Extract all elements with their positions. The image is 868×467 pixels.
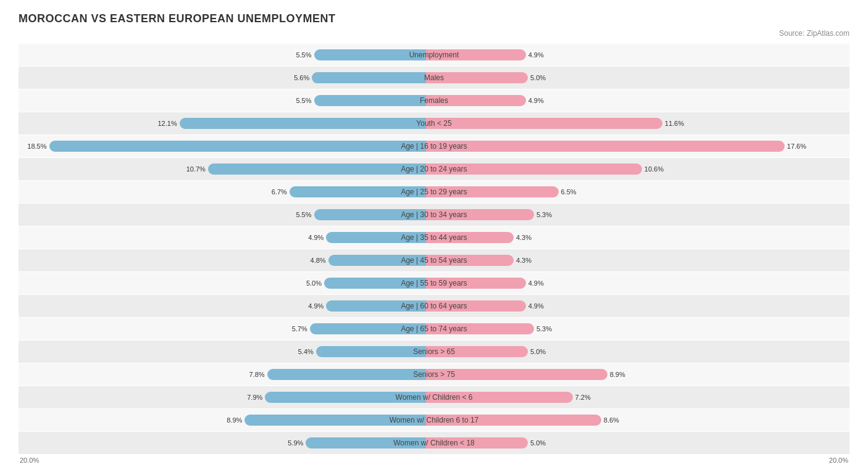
bar-moroccan bbox=[265, 392, 426, 403]
axis-row: 20.0% 20.0% bbox=[19, 457, 849, 464]
bar-eastern bbox=[426, 415, 601, 426]
table-row: 5.5%4.9%Females bbox=[19, 89, 849, 112]
value-eastern: 5.0% bbox=[530, 439, 546, 447]
bar-eastern bbox=[426, 209, 534, 220]
value-eastern: 5.3% bbox=[536, 211, 552, 218]
axis-right: 20.0% bbox=[434, 457, 849, 464]
bar-eastern bbox=[426, 437, 528, 448]
value-eastern: 5.0% bbox=[530, 74, 546, 81]
bar-moroccan bbox=[324, 278, 426, 289]
value-eastern: 4.3% bbox=[516, 234, 532, 241]
value-moroccan: 8.9% bbox=[227, 416, 242, 424]
bar-moroccan bbox=[49, 141, 427, 152]
value-moroccan: 7.9% bbox=[247, 394, 262, 401]
bar-eastern bbox=[426, 49, 526, 60]
bar-moroccan bbox=[326, 300, 426, 312]
bar-eastern bbox=[426, 118, 662, 129]
table-row: 4.8%4.3%Age | 45 to 54 years bbox=[19, 249, 849, 271]
value-eastern: 4.9% bbox=[528, 279, 544, 287]
value-moroccan: 4.9% bbox=[308, 302, 323, 310]
value-moroccan: 5.5% bbox=[296, 211, 311, 218]
bar-eastern bbox=[426, 392, 573, 403]
bar-eastern bbox=[426, 141, 785, 152]
value-moroccan: 5.6% bbox=[294, 74, 309, 81]
table-row: 18.5%17.6%Age | 16 to 19 years bbox=[19, 135, 849, 157]
chart-title: MOROCCAN VS EASTERN EUROPEAN UNEMPLOYMEN… bbox=[19, 12, 849, 25]
table-row: 10.7%10.6%Age | 20 to 24 years bbox=[19, 158, 849, 180]
bar-eastern bbox=[426, 95, 526, 106]
bar-eastern bbox=[426, 163, 642, 175]
bar-eastern bbox=[426, 369, 607, 380]
bar-moroccan bbox=[267, 369, 426, 380]
table-row: 7.9%7.2%Women w/ Children < 6 bbox=[19, 386, 849, 408]
bar-moroccan bbox=[316, 346, 426, 357]
value-moroccan: 5.7% bbox=[292, 325, 307, 333]
value-eastern: 11.6% bbox=[665, 120, 684, 127]
table-row: 4.9%4.9%Age | 60 to 64 years bbox=[19, 295, 849, 317]
value-eastern: 6.5% bbox=[561, 188, 577, 196]
table-row: 7.8%8.9%Seniors > 75 bbox=[19, 363, 849, 386]
value-moroccan: 5.0% bbox=[306, 279, 322, 287]
bar-moroccan bbox=[208, 163, 426, 175]
value-moroccan: 5.5% bbox=[296, 51, 311, 59]
source-line: Source: ZipAtlas.com bbox=[19, 29, 849, 38]
value-eastern: 8.6% bbox=[604, 416, 619, 424]
value-moroccan: 5.4% bbox=[298, 348, 314, 355]
value-moroccan: 10.7% bbox=[186, 165, 206, 173]
bar-moroccan bbox=[290, 186, 426, 197]
value-moroccan: 5.9% bbox=[288, 439, 303, 447]
value-eastern: 17.6% bbox=[787, 143, 806, 150]
bar-moroccan bbox=[306, 437, 426, 448]
value-eastern: 4.9% bbox=[528, 51, 544, 59]
bar-eastern bbox=[426, 72, 528, 83]
bar-eastern bbox=[426, 346, 528, 357]
bar-eastern bbox=[426, 232, 514, 243]
value-moroccan: 6.7% bbox=[272, 188, 287, 196]
value-moroccan: 18.5% bbox=[27, 143, 46, 150]
chart-container: MOROCCAN VS EASTERN EUROPEAN UNEMPLOYMEN… bbox=[0, 0, 868, 467]
value-eastern: 5.0% bbox=[530, 348, 546, 355]
bar-moroccan bbox=[328, 255, 426, 266]
axis-left: 20.0% bbox=[19, 457, 434, 464]
bar-moroccan bbox=[314, 209, 427, 220]
bar-moroccan bbox=[326, 232, 426, 243]
table-row: 5.5%4.9%Unemployment bbox=[19, 44, 849, 66]
table-row: 5.6%5.0%Males bbox=[19, 67, 849, 89]
value-moroccan: 4.9% bbox=[308, 234, 323, 241]
value-eastern: 8.9% bbox=[610, 371, 625, 378]
bar-eastern bbox=[426, 300, 526, 312]
bar-moroccan bbox=[312, 72, 426, 83]
bar-eastern bbox=[426, 278, 526, 289]
value-eastern: 5.3% bbox=[536, 325, 552, 333]
bar-eastern bbox=[426, 323, 534, 334]
table-row: 5.4%5.0%Seniors > 65 bbox=[19, 341, 849, 363]
value-eastern: 4.9% bbox=[528, 97, 544, 104]
table-row: 8.9%8.6%Women w/ Children 6 to 17 bbox=[19, 409, 849, 431]
value-moroccan: 4.8% bbox=[311, 257, 326, 264]
table-row: 5.5%5.3%Age | 30 to 34 years bbox=[19, 204, 849, 226]
table-row: 6.7%6.5%Age | 25 to 29 years bbox=[19, 181, 849, 203]
table-row: 5.7%5.3%Age | 65 to 74 years bbox=[19, 318, 849, 340]
bar-moroccan bbox=[180, 118, 426, 129]
bar-moroccan bbox=[314, 95, 427, 106]
bar-moroccan bbox=[244, 415, 426, 426]
table-row: 4.9%4.3%Age | 35 to 44 years bbox=[19, 226, 849, 249]
table-row: 5.9%5.0%Women w/ Children < 18 bbox=[19, 432, 849, 454]
value-moroccan: 12.1% bbox=[158, 120, 177, 127]
value-moroccan: 7.8% bbox=[249, 371, 265, 378]
value-moroccan: 5.5% bbox=[296, 97, 311, 104]
bar-moroccan bbox=[314, 49, 427, 60]
value-eastern: 7.2% bbox=[575, 394, 591, 401]
value-eastern: 4.3% bbox=[516, 257, 532, 264]
table-row: 5.0%4.9%Age | 55 to 59 years bbox=[19, 272, 849, 294]
table-row: 12.1%11.6%Youth < 25 bbox=[19, 112, 849, 134]
bar-eastern bbox=[426, 186, 559, 197]
value-eastern: 4.9% bbox=[528, 302, 544, 310]
value-eastern: 10.6% bbox=[645, 165, 664, 173]
chart-area: 5.5%4.9%Unemployment5.6%5.0%Males5.5%4.9… bbox=[19, 44, 849, 454]
bar-eastern bbox=[426, 255, 514, 266]
bar-moroccan bbox=[310, 323, 426, 334]
